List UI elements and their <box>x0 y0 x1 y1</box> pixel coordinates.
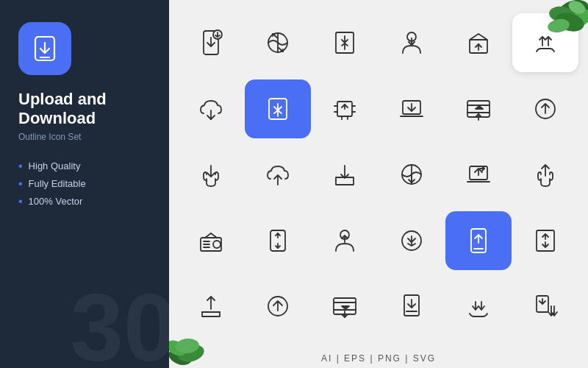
icon-touch-upload <box>512 145 578 204</box>
right-panel: AI | EPS | PNG | SVG <box>169 0 588 368</box>
svg-marker-44 <box>476 106 483 109</box>
svg-marker-87 <box>342 306 349 309</box>
icon-device-highlighted <box>245 79 311 138</box>
feature-3: 100% Vector <box>18 195 151 208</box>
icon-laptop-upload <box>445 145 512 204</box>
icon-circle-upload <box>512 79 578 138</box>
icon-frame-arrows <box>512 211 578 270</box>
icon-globe-download <box>379 145 445 204</box>
icon-laptop-download <box>379 79 445 138</box>
icon-box-upload <box>445 13 512 72</box>
page-subtitle: Outline Icon Set <box>18 132 151 142</box>
icon-cloud-download <box>178 79 244 138</box>
icon-video-upload <box>445 79 512 138</box>
icon-hand-upload-highlighted <box>512 13 578 72</box>
svg-point-60 <box>213 241 220 248</box>
icon-circuit-upload <box>312 79 378 138</box>
icon-circle-upload-arrow <box>245 277 311 336</box>
icons-grid <box>169 0 588 349</box>
formats-bar: AI | EPS | PNG | SVG <box>169 349 588 368</box>
icon-touch-download <box>178 145 244 204</box>
features-list: High Quality Fully Editable 100% Vector <box>18 160 151 213</box>
icon-cloud-upload <box>245 145 311 204</box>
icon-tray-download <box>312 145 378 204</box>
svg-line-15 <box>273 34 278 38</box>
icon-document-transfer <box>312 13 378 72</box>
app-icon <box>18 22 71 75</box>
main-icon <box>31 35 59 63</box>
icon-hand-download <box>445 277 512 336</box>
icon-tray-upload <box>178 277 244 336</box>
feature-2: Fully Editable <box>18 177 151 191</box>
left-panel: Upload and Download Outline Icon Set Hig… <box>0 0 169 368</box>
icon-circle-download-arrows <box>379 211 445 270</box>
icon-video-download <box>312 277 378 336</box>
icon-globe-upload-download <box>245 13 311 72</box>
icon-person-download <box>379 13 445 72</box>
icon-radio-device <box>178 211 244 270</box>
icon-phone-upload-highlighted <box>445 211 512 270</box>
page-title: Upload and Download <box>18 90 151 129</box>
icon-document-down-arrows <box>512 277 578 336</box>
icon-person-upload <box>312 211 378 270</box>
icon-tablet-arrows <box>245 211 311 270</box>
feature-1: High Quality <box>18 160 151 173</box>
svg-line-16 <box>278 47 283 52</box>
icon-phone-download <box>178 13 244 72</box>
icon-document-download <box>379 277 445 336</box>
